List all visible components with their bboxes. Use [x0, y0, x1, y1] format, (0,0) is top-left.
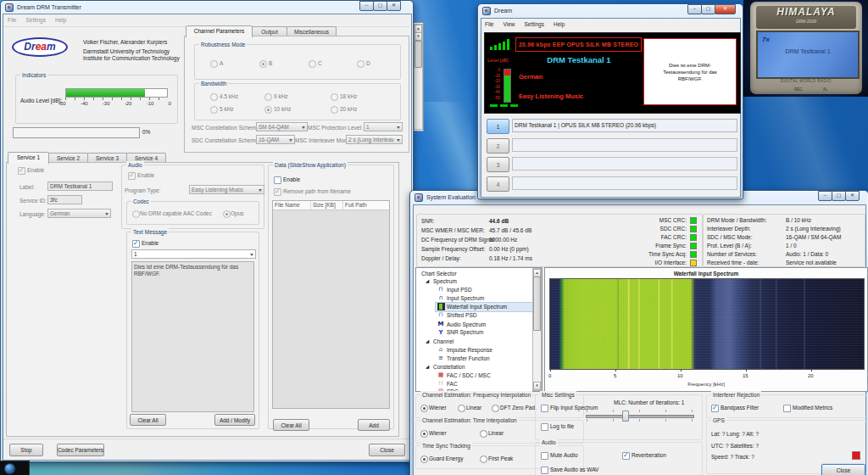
maximize-button[interactable]: ▢ — [832, 191, 846, 201]
fragment-scrollbar[interactable]: ▲ ▼ — [414, 24, 423, 130]
data-clear-all-button[interactable]: Clear All — [273, 419, 309, 431]
log-to-file-checkbox[interactable] — [541, 423, 548, 431]
bw-10-radio[interactable] — [264, 106, 272, 114]
close-button-caption[interactable]: ✕ — [715, 4, 736, 14]
bw-9-radio[interactable] — [264, 93, 272, 101]
tab-channel-parameters[interactable]: Channel Parameters — [186, 25, 253, 37]
scrollbar-thumb[interactable] — [533, 277, 541, 331]
codec-opus-radio[interactable] — [223, 210, 231, 218]
close-button-caption[interactable]: ✕ — [845, 191, 860, 201]
time-linear-radio[interactable] — [480, 430, 487, 438]
msc-constellation-combo[interactable]: SM 64-QAM — [256, 122, 308, 131]
tree-item-fac-sdc-msc[interactable]: FAC / SDC / MSC — [447, 372, 491, 379]
modified-metrics-checkbox[interactable] — [783, 405, 791, 412]
tree-item-input-spectrum[interactable]: Input Spectrum — [447, 295, 484, 302]
close-button-caption[interactable]: ✕ — [387, 1, 401, 11]
audio-enable-checkbox[interactable] — [128, 172, 136, 180]
bw-18-radio[interactable] — [331, 93, 338, 101]
tree-group-constellation[interactable]: Constellation — [433, 364, 465, 371]
language-combo[interactable]: German — [47, 209, 111, 218]
minimize-button[interactable]: – — [687, 4, 702, 14]
expander-icon[interactable]: ◢ — [426, 338, 429, 344]
scrollbar-thumb[interactable] — [415, 41, 422, 68]
service-id-field[interactable]: 3fc — [47, 195, 82, 204]
codec-parameters-button[interactable]: Codec Parameters — [57, 444, 104, 456]
tree-item-audio-spectrum[interactable]: Audio Spectrum — [447, 321, 486, 328]
menu-file[interactable]: File — [485, 21, 493, 27]
mute-audio-checkbox[interactable] — [541, 452, 548, 460]
transmitter-titlebar[interactable]: Dream DRM Transmitter — [1, 1, 413, 14]
service-3-button[interactable]: 3 — [487, 157, 509, 172]
menu-settings[interactable]: Settings — [524, 21, 544, 27]
service-2-field[interactable] — [512, 138, 737, 152]
program-type-combo[interactable]: Easy Listening Music — [189, 185, 264, 194]
minimize-button[interactable]: – — [818, 191, 832, 201]
label-field[interactable]: DRM Testkanal 1 — [47, 182, 113, 191]
text-message-clear-all-button[interactable]: Clear All — [130, 414, 166, 426]
sdc-constellation-combo[interactable]: 16-QAM — [256, 135, 295, 144]
tree-item-shifted-psd[interactable]: Shifted PSD — [447, 312, 476, 319]
menu-view[interactable]: View — [503, 21, 515, 27]
first-peak-radio[interactable] — [480, 455, 487, 463]
tree-item-impulse-response[interactable]: Impulse Response — [447, 347, 492, 354]
bandpass-filter-checkbox[interactable] — [711, 405, 719, 412]
service-1-field[interactable]: DRM Testkanal 1 | OPUS SILK MB STEREO (2… — [512, 119, 737, 132]
scroll-down-icon[interactable]: ▼ — [533, 382, 541, 390]
bw-20-radio[interactable] — [331, 106, 338, 114]
guard-energy-radio[interactable] — [420, 455, 428, 463]
service-4-button[interactable]: 4 — [487, 176, 509, 192]
col-file-name[interactable]: File Name — [273, 201, 311, 210]
start-button[interactable] — [5, 464, 14, 473]
robustness-a-radio[interactable] — [210, 60, 218, 68]
tree-item-input-psd[interactable]: Input PSD — [447, 287, 472, 293]
msc-interleaver-combo[interactable]: 2 s (Long Interleav — [346, 135, 403, 144]
service-4-field[interactable] — [512, 176, 737, 190]
tab-service-1[interactable]: Service 1 — [8, 152, 49, 164]
waterfall-plot[interactable] — [549, 278, 865, 370]
tree-item-transfer-function[interactable]: Transfer Function — [447, 355, 490, 362]
robustness-d-radio[interactable] — [357, 60, 364, 68]
col-full-path[interactable]: Full Path — [343, 201, 389, 210]
service-1-button[interactable]: 1 — [487, 119, 509, 134]
expander-icon[interactable]: ◢ — [426, 364, 429, 369]
maximize-button[interactable]: ▢ — [373, 1, 387, 11]
menu-file[interactable]: File — [8, 17, 16, 23]
stop-button[interactable]: Stop — [9, 444, 43, 456]
robustness-c-radio[interactable] — [309, 60, 316, 68]
expander-icon[interactable]: ◢ — [426, 278, 429, 283]
msc-protection-combo[interactable]: 1 — [364, 122, 403, 131]
service-enable-checkbox[interactable] — [18, 167, 25, 175]
remove-path-checkbox[interactable] — [274, 188, 281, 196]
scroll-down-icon[interactable]: ▼ — [415, 32, 422, 41]
text-message-enable-checkbox[interactable] — [132, 240, 140, 248]
evaluation-close-button[interactable]: Close — [821, 464, 865, 475]
robustness-b-radio[interactable] — [259, 60, 267, 68]
time-wiener-radio[interactable] — [420, 430, 428, 438]
tree-item-fac[interactable]: FAC — [447, 381, 458, 388]
codec-aac-radio[interactable] — [132, 210, 140, 218]
maximize-button[interactable]: ▢ — [701, 4, 715, 14]
text-message-add-modify-button[interactable]: Add / Modify — [214, 414, 255, 426]
service-3-field[interactable] — [512, 157, 737, 170]
col-size[interactable]: Size [KB] — [311, 201, 343, 210]
minimize-button[interactable]: – — [359, 1, 374, 11]
tree-item-snr-spectrum[interactable]: SNR Spectrum — [447, 329, 483, 336]
tree-item-waterfall[interactable]: Waterfall Input Spectrum — [447, 304, 507, 310]
bw-5-radio[interactable] — [210, 106, 218, 114]
menu-help[interactable]: Help — [55, 17, 66, 23]
tree-group-spectrum[interactable]: Spectrum — [433, 278, 457, 285]
flip-input-spectrum-checkbox[interactable] — [541, 405, 548, 412]
freq-wiener-radio[interactable] — [420, 405, 428, 412]
reverberation-checkbox[interactable] — [622, 452, 630, 460]
data-add-button[interactable]: Add — [358, 419, 390, 431]
text-message-textarea[interactable]: Dies ist eine DRM-Testaussendung für das… — [131, 261, 254, 412]
bw-4_5-radio[interactable] — [210, 93, 218, 101]
tree-group-channel[interactable]: Channel — [433, 338, 453, 345]
transmitter-close-button[interactable]: Close — [369, 444, 405, 456]
freq-linear-radio[interactable] — [458, 405, 465, 412]
freq-dft-radio[interactable] — [492, 405, 499, 412]
menu-settings[interactable]: Settings — [25, 17, 46, 23]
service-2-button[interactable]: 2 — [487, 138, 509, 154]
menu-help[interactable]: Help — [554, 21, 565, 27]
taskbar-fragment[interactable] — [0, 461, 30, 475]
